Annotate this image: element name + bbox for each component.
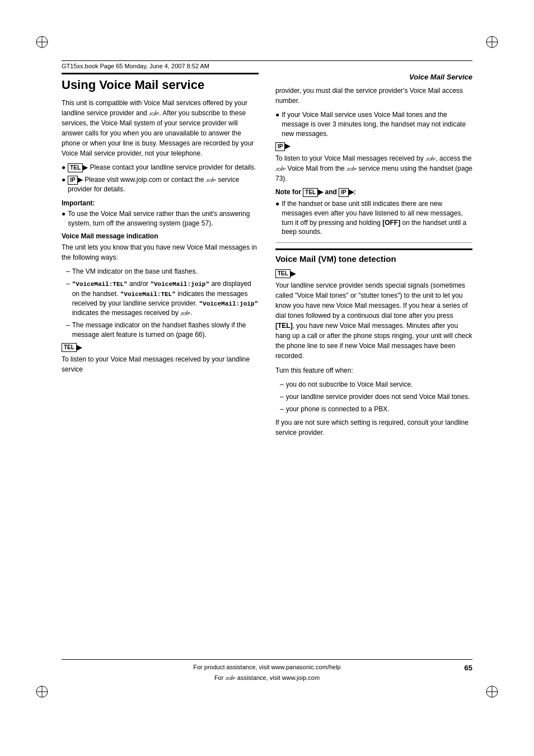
header-file-info: GT15xx.book Page 65 Monday, June 4, 2007…: [62, 63, 209, 69]
footer-bar: For product assistance, visit www.panaso…: [62, 659, 472, 683]
tel-badge-3: TEL: [275, 269, 291, 278]
turn-off-item-1: – you do not subscribe to Voice Mail ser…: [275, 380, 472, 389]
bullet-voicemail-tones: ● If your Voice Mail service uses Voice …: [275, 110, 472, 138]
tel-badge-section: TEL▶: [62, 343, 259, 353]
important-block: Important: ● To use the Voice Mail servi…: [62, 199, 259, 228]
corner-mark-tl: [34, 34, 50, 50]
tel-badge-tone: TEL▶: [275, 269, 472, 279]
intro-paragraph: This unit is compatible with Voice Mail …: [62, 98, 259, 158]
vm-tone-intro: Your landline service provider sends spe…: [275, 280, 472, 361]
page-container: GT15xx.book Page 65 Monday, June 4, 2007…: [0, 0, 534, 756]
bullet-ip-1: ● IP▶ Please visit www.joip.com or conta…: [62, 175, 259, 194]
left-column: Using Voice Mail service This unit is co…: [62, 73, 259, 664]
dash-item-2: – "VoiceMail:TEL" and/or "VoiceMail:joip…: [62, 279, 259, 318]
footer-line1: For product assistance, visit www.panaso…: [62, 663, 472, 683]
tel-badge-1: TEL: [68, 163, 83, 172]
ip-badge-1: IP: [68, 176, 77, 185]
turn-off-item-2: – your landline service provider does no…: [275, 392, 472, 402]
important-bullet-1: ● To use the Voice Mail service rather t…: [62, 209, 259, 228]
page-number: 65: [465, 663, 472, 674]
important-label: Important:: [62, 199, 95, 207]
corner-mark-bl: [34, 683, 50, 700]
content-area: Using Voice Mail service This unit is co…: [62, 73, 472, 664]
section-title-left: Using Voice Mail service: [62, 73, 259, 92]
turn-off-label: Turn this feature off when:: [275, 365, 472, 375]
right-col-header: Voice Mail Service: [275, 73, 472, 81]
header-bar: GT15xx.book Page 65 Monday, June 4, 2007…: [62, 60, 472, 69]
turn-off-item-3: – your phone is connected to a PBX.: [275, 405, 472, 414]
corner-mark-br: [484, 683, 500, 700]
ip-badge-note: IP: [339, 188, 348, 197]
dash-item-3: – The message indicator on the handset f…: [62, 321, 259, 340]
tel-badge-2: TEL: [62, 343, 77, 352]
dash-item-1: – The VM indicator on the base unit flas…: [62, 267, 259, 276]
right-column: Voice Mail Service provider, you must di…: [275, 73, 472, 664]
divider-1: [275, 242, 472, 243]
ip-badge-2: IP: [275, 142, 285, 151]
vm-message-intro: The unit lets you know that you have new…: [62, 242, 259, 262]
vm-message-heading: Voice Mail message indication: [62, 232, 259, 240]
ip-badge-section: IP▶: [275, 142, 472, 151]
tel-badge-note: TEL: [303, 188, 318, 197]
corner-mark-tr: [484, 34, 500, 50]
continuation-text: provider, you must dial the service prov…: [275, 86, 472, 106]
note-heading: Note for TEL▶ and IP▶:: [275, 188, 472, 197]
tel-section-text: To listen to your Voice Mail messages re…: [62, 354, 259, 374]
vm-tone-section-title: Voice Mail (VM) tone detection: [275, 248, 472, 265]
consult-text: If you are not sure which setting is req…: [275, 417, 472, 438]
bullet-tel-1: ● TEL▶ Please contact your landline serv…: [62, 163, 259, 172]
note-bullet-1: ● If the handset or base unit still indi…: [275, 199, 472, 237]
ip-section-text: To listen to your Voice Mail messages re…: [275, 153, 472, 184]
